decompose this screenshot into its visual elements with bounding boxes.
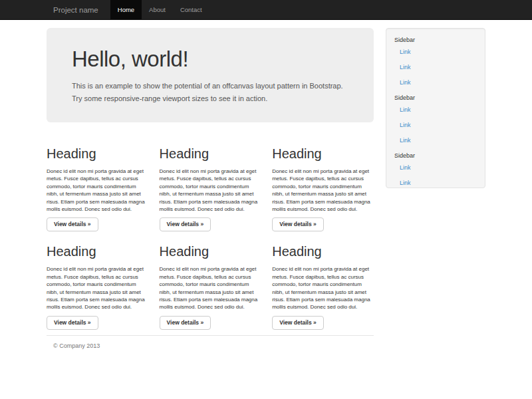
sidebar-link[interactable]: Link xyxy=(400,122,477,128)
sidebar-well: Sidebar Link Link Link Sidebar Link Link… xyxy=(386,28,485,188)
card-row-1: Heading Donec id elit non mi porta gravi… xyxy=(47,134,374,231)
card-body-text: Donec id elit non mi porta gravida at eg… xyxy=(160,168,261,213)
nav-item-about[interactable]: About xyxy=(142,0,173,20)
card-body-text: Donec id elit non mi porta gravida at eg… xyxy=(272,265,374,311)
navbar-container: Project name Home About Contact xyxy=(47,0,485,20)
card: Heading Donec id elit non mi porta gravi… xyxy=(160,231,261,329)
brand-link[interactable]: Project name xyxy=(47,0,105,20)
card-heading: Heading xyxy=(47,243,148,259)
view-details-button[interactable]: View details » xyxy=(160,316,211,330)
view-details-button[interactable]: View details » xyxy=(47,316,98,330)
card: Heading Donec id elit non mi porta gravi… xyxy=(272,134,374,231)
nav-item-contact[interactable]: Contact xyxy=(173,0,209,20)
page-footer: © Company 2013 xyxy=(47,342,374,349)
sidebar-group-1: Sidebar Link Link Link xyxy=(394,37,477,86)
sidebar-link[interactable]: Link xyxy=(400,79,477,86)
sidebar-column: Sidebar Link Link Link Sidebar Link Link… xyxy=(386,28,485,188)
sidebar-link[interactable]: Link xyxy=(400,137,477,144)
card-body-text: Donec id elit non mi porta gravida at eg… xyxy=(47,168,148,213)
nav-item-home[interactable]: Home xyxy=(110,0,142,20)
sidebar-link[interactable]: Link xyxy=(400,49,477,55)
card-heading: Heading xyxy=(160,243,261,259)
view-details-button[interactable]: View details » xyxy=(272,316,324,330)
card-body-text: Donec id elit non mi porta gravida at eg… xyxy=(47,265,148,311)
sidebar-group-3: Sidebar Link Link xyxy=(394,152,477,186)
sidebar-link[interactable]: Link xyxy=(400,164,477,171)
view-details-button[interactable]: View details » xyxy=(160,217,211,231)
sidebar-link[interactable]: Link xyxy=(400,180,477,186)
sidebar-group-title: Sidebar xyxy=(394,152,477,159)
jumbotron-description: This is an example to show the potential… xyxy=(72,80,348,105)
jumbotron: Hello, world! This is an example to show… xyxy=(47,28,374,122)
copyright-text: © Company 2013 xyxy=(53,342,374,349)
card: Heading Donec id elit non mi porta gravi… xyxy=(47,231,148,329)
sidebar-link[interactable]: Link xyxy=(400,106,477,113)
view-details-button[interactable]: View details » xyxy=(47,217,98,231)
page-container: Hello, world! This is an example to show… xyxy=(47,28,485,349)
main-content: Hello, world! This is an example to show… xyxy=(47,28,374,349)
card-heading: Heading xyxy=(272,146,374,162)
card-body-text: Donec id elit non mi porta gravida at eg… xyxy=(160,265,261,311)
card: Heading Donec id elit non mi porta gravi… xyxy=(47,134,148,231)
main-nav: Home About Contact xyxy=(110,0,209,20)
card-heading: Heading xyxy=(47,146,148,162)
card-row-2: Heading Donec id elit non mi porta gravi… xyxy=(47,231,374,329)
sidebar-group-title: Sidebar xyxy=(394,94,477,101)
card-body-text: Donec id elit non mi porta gravida at eg… xyxy=(272,168,374,213)
card-heading: Heading xyxy=(272,243,374,259)
page-title: Hello, world! xyxy=(72,47,348,72)
card-heading: Heading xyxy=(160,146,261,162)
view-details-button[interactable]: View details » xyxy=(272,217,324,231)
card: Heading Donec id elit non mi porta gravi… xyxy=(160,134,261,231)
card: Heading Donec id elit non mi porta gravi… xyxy=(272,231,374,329)
sidebar-group-2: Sidebar Link Link Link xyxy=(394,94,477,144)
footer-divider xyxy=(47,335,374,336)
sidebar-group-title: Sidebar xyxy=(394,37,477,43)
sidebar-link[interactable]: Link xyxy=(400,64,477,70)
top-navbar: Project name Home About Contact xyxy=(0,0,532,20)
